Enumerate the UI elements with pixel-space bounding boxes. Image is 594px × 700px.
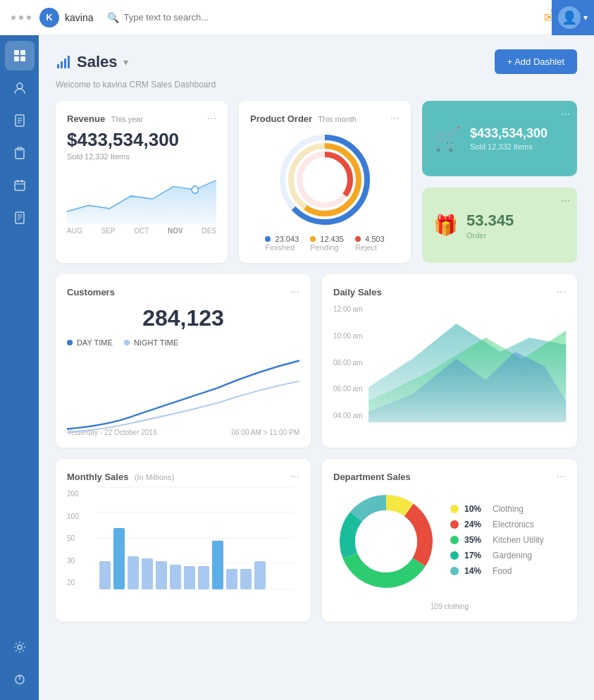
product-menu[interactable]: ··· (390, 112, 400, 125)
legend-reject-label: Reject (355, 243, 377, 252)
teal-cart-icon: 🛒 (433, 125, 462, 152)
username-label: kavina (65, 12, 93, 23)
dept-sales-menu[interactable]: ··· (557, 470, 566, 483)
calendar-icon (13, 178, 27, 192)
svg-rect-11 (15, 181, 25, 190)
product-donut-chart (250, 130, 400, 229)
page-subtitle: Welcome to kavina CRM Sales Dashboard (56, 80, 577, 90)
legend-pending: 12.435 Pending (310, 235, 344, 252)
daily-sales-title: Daily Sales (333, 287, 382, 297)
month-aug: AUG (67, 227, 82, 235)
green-card-info: 53.345 Order (466, 211, 514, 240)
monthly-sales-subtitle: (In Millions) (135, 473, 174, 481)
svg-point-19 (18, 645, 22, 649)
y-200: 200 (67, 490, 87, 498)
dot3 (27, 16, 31, 20)
legend-pending-label: Pending (310, 243, 338, 252)
dept-sales-header: Department Sales ··· (333, 470, 566, 483)
customers-title: Customers (67, 287, 115, 297)
revenue-card: Revenue This year ··· $433,534,300 Sold … (56, 101, 228, 263)
month-nov: NOV (168, 227, 183, 235)
title-chevron[interactable]: ▾ (123, 56, 128, 68)
search-input[interactable] (123, 12, 321, 23)
sidebar-item-calendar[interactable] (5, 171, 35, 200)
sidebar-item-power[interactable] (5, 665, 35, 694)
teal-card-info: $433,534,300 Sold 12,332 Items (470, 126, 547, 151)
sidebar-item-settings[interactable] (5, 632, 35, 662)
clothing-dot (450, 505, 459, 513)
svg-rect-15 (16, 212, 24, 223)
dept-sales-card: Department Sales ··· (322, 459, 577, 622)
teal-revenue-card: ··· 🛒 $433,534,300 Sold 12,332 Items (422, 101, 577, 176)
dept-electronics: 24% Electronics (450, 520, 544, 529)
search-icon: 🔍 (107, 12, 119, 23)
legend-reject: 4.503 Reject (355, 235, 385, 252)
time-0600am: 06:00 am (333, 385, 363, 393)
clipboard-icon (13, 146, 27, 160)
daily-sales-chart (369, 302, 566, 422)
product-order-card: Product Order This month ··· (239, 101, 411, 263)
revenue-period: This year (111, 115, 143, 123)
sidebar-item-users[interactable] (5, 73, 35, 103)
legend-daytime-label: DAY TIME (77, 338, 113, 347)
sidebar-item-clipboard[interactable] (5, 138, 35, 168)
page-header: Sales ▾ + Add Dashlet (56, 49, 577, 74)
product-title: Product Order (250, 113, 312, 124)
kitchen-pct: 35% (464, 535, 487, 545)
legend-finished: 23.043 Finished (265, 235, 299, 252)
y-100: 100 (67, 512, 87, 520)
teal-sold: Sold 12,332 Items (470, 142, 547, 151)
teal-card-menu[interactable]: ··· (561, 108, 570, 121)
clothing-pct: 10% (464, 504, 487, 514)
app-layout: Sales ▾ + Add Dashlet Welcome to kavina … (0, 35, 594, 700)
search-bar[interactable]: 🔍 (107, 12, 526, 23)
dept-clothing: 10% Clothing (450, 504, 544, 514)
svg-rect-49 (254, 561, 266, 589)
right-cards-col: ··· 🛒 $433,534,300 Sold 12,332 Items ···… (422, 101, 577, 263)
month-sep: SEP (101, 227, 115, 235)
legend-finished-label: Finished (265, 243, 295, 252)
sidebar (0, 35, 39, 700)
daily-sales-menu[interactable]: ··· (557, 285, 566, 298)
kitchen-dot (450, 536, 459, 544)
svg-rect-25 (68, 56, 70, 68)
sidebar-item-reports[interactable] (5, 106, 35, 135)
svg-rect-1 (20, 50, 25, 55)
svg-rect-23 (61, 61, 63, 68)
revenue-menu[interactable]: ··· (207, 112, 216, 125)
add-dashlet-button[interactable]: + Add Dashlet (495, 49, 577, 74)
y-30: 30 (67, 557, 87, 565)
customers-menu[interactable]: ··· (290, 285, 299, 298)
sidebar-item-document[interactable] (5, 203, 35, 233)
sales-chart-icon (56, 54, 71, 70)
page-title: Sales (77, 53, 118, 71)
time-1000am: 10:00 am (333, 332, 363, 340)
svg-rect-0 (14, 50, 19, 55)
green-card-menu[interactable]: ··· (561, 195, 570, 207)
legend-pending-value: 12.435 (320, 235, 344, 243)
daily-sales-chart-wrap: 12:00 am 10:00 am 08:00 am 06:00 am 04:0… (333, 302, 566, 422)
svg-rect-3 (20, 56, 25, 61)
reports-icon (13, 113, 27, 128)
monthly-sales-menu[interactable]: ··· (290, 470, 299, 483)
dept-food: 14% Food (450, 566, 544, 576)
user-menu-button[interactable]: 👤 ▾ (552, 0, 594, 35)
green-amount: 53.345 (466, 211, 514, 230)
svg-point-55 (355, 510, 417, 572)
legend-reject-value: 4.503 (365, 235, 385, 243)
clothing-label: Clothing (493, 504, 524, 514)
svg-rect-41 (142, 558, 153, 589)
user-avatar-initial: K (39, 8, 59, 27)
monthly-sales-card: Monthly Sales (In Millions) ··· 200 100 … (56, 459, 311, 622)
revenue-card-header: Revenue This year ··· (67, 112, 216, 125)
gardening-dot (450, 551, 459, 560)
y-20: 20 (67, 579, 87, 587)
svg-rect-38 (99, 561, 111, 589)
electronics-dot (450, 520, 459, 529)
customers-legend: DAY TIME NIGHT TIME (67, 338, 299, 347)
dept-note: 109 clothing (333, 603, 566, 610)
customers-card: Customers ··· 284,123 DAY TIME NIGHT TIM… (56, 274, 311, 448)
svg-rect-42 (156, 561, 167, 589)
product-period: This month (318, 115, 357, 123)
sidebar-item-dashboard[interactable] (5, 41, 35, 70)
